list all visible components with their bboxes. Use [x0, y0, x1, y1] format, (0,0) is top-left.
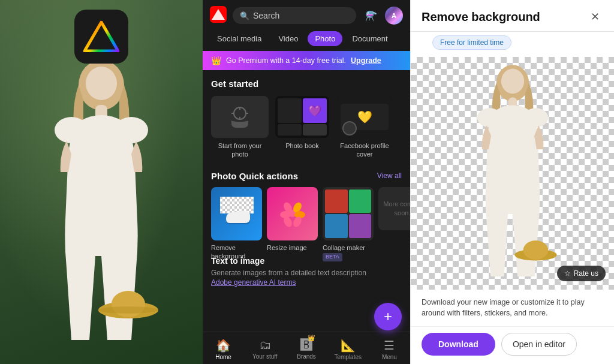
open-editor-button[interactable]: Open in editor	[501, 333, 577, 356]
menu-label: Menu	[382, 354, 397, 360]
resize-thumb	[267, 187, 318, 241]
qa-resize-image[interactable]: Resize image	[267, 187, 318, 241]
templates-icon: 📐	[341, 338, 356, 353]
facebook-label: Facebook profile cover	[336, 142, 393, 159]
home-label: Home	[215, 354, 231, 360]
more-coming-thumb: More coming soon.	[378, 187, 410, 230]
starter-card-photo-book[interactable]: 💜 Photo book	[273, 96, 331, 159]
right-panel: Remove background ✕ Free for limited tim…	[410, 0, 614, 364]
tab-photo[interactable]: Photo	[308, 31, 342, 46]
tab-document[interactable]: Document	[345, 31, 395, 46]
beta-badge: BETA	[323, 253, 342, 261]
tti-description: Generate images from a detailed text des…	[211, 268, 402, 278]
background-photo	[0, 0, 203, 364]
free-badge: Free for limited time	[432, 35, 511, 50]
quick-actions-header: Photo Quick actions View all	[211, 171, 402, 181]
templates-label: Templates	[334, 354, 362, 360]
start-photo-label: Start from your photo	[211, 142, 269, 159]
upgrade-link[interactable]: Upgrade	[351, 56, 381, 65]
bottom-nav-home[interactable]: 🏠 Home	[203, 336, 244, 363]
svg-point-7	[98, 306, 158, 314]
svg-point-30	[523, 240, 548, 260]
bottom-nav-templates[interactable]: 📐 Templates	[327, 336, 369, 363]
resize-label: Resize image	[267, 243, 318, 252]
tab-social-media[interactable]: Social media	[210, 31, 269, 46]
adobe-express-icon	[210, 6, 227, 25]
right-description: Download your new image or customize it …	[411, 290, 614, 327]
search-icon: 🔍	[240, 11, 249, 20]
crown-icon: 👑	[211, 56, 221, 65]
tab-video[interactable]: Video	[271, 31, 305, 46]
get-started-title: Get started	[211, 79, 402, 89]
right-panel-header: Remove background ✕	[411, 0, 614, 32]
home-icon: 🏠	[216, 338, 231, 353]
collage-thumb	[323, 187, 374, 241]
free-badge-wrapper: Free for limited time	[411, 32, 614, 57]
svg-point-31	[501, 68, 523, 94]
svg-marker-0	[85, 22, 118, 51]
your-stuff-label: Your stuff	[252, 353, 278, 360]
preview-woman-svg	[465, 57, 561, 290]
quick-actions-title: Photo Quick actions	[211, 171, 298, 181]
right-footer: Download Open in editor	[411, 326, 614, 364]
collage-label: Collage maker BETA	[323, 243, 374, 261]
content-area: Get started Start from your photo	[203, 70, 410, 332]
nav-tabs: Social media Video Photo Document	[203, 31, 410, 51]
photo-book-label: Photo book	[285, 142, 319, 150]
bottom-nav-menu[interactable]: ☰ Menu	[369, 336, 410, 363]
starter-card-start-photo[interactable]: Start from your photo	[211, 96, 269, 159]
header-icons: ⚗️ A	[362, 7, 403, 25]
flask-icon-btn[interactable]: ⚗️	[362, 7, 380, 25]
quick-actions-grid: Remove background	[211, 187, 402, 241]
user-avatar[interactable]: A	[385, 7, 403, 25]
bottom-nav: 🏠 Home 🗂 Your stuff 🅱 👑 Brands 📐 Templat…	[203, 332, 410, 364]
star-icon: ☆	[564, 269, 571, 278]
left-panel	[0, 0, 203, 364]
starter-card-facebook[interactable]: 💛 Facebook profile cover	[336, 96, 393, 159]
svg-point-4	[115, 117, 148, 143]
download-button[interactable]: Download	[422, 333, 495, 356]
get-started-cards: Start from your photo 💜 Photo book	[211, 96, 402, 159]
tti-ai-terms-link[interactable]: Adobe generative AI terms	[211, 278, 402, 287]
qa-collage-maker[interactable]: Collage maker BETA	[323, 187, 374, 241]
remove-bg-thumb	[211, 187, 262, 241]
svg-point-8	[86, 67, 117, 100]
app-header: 🔍 Search ⚗️ A	[203, 0, 410, 31]
start-photo-thumb	[211, 96, 269, 138]
your-stuff-icon: 🗂	[259, 338, 271, 352]
close-button[interactable]: ✕	[586, 8, 603, 25]
svg-point-28	[523, 108, 548, 127]
rate-us-button[interactable]: ☆ Rate us	[557, 266, 606, 281]
middle-panel-wrapper: 🔍 Search ⚗️ A Social media Video Photo D…	[203, 0, 410, 364]
premium-text: Go Premium with a 14-day free trial.	[226, 56, 346, 65]
svg-rect-17	[220, 197, 254, 213]
fab-add-button[interactable]: +	[374, 303, 402, 330]
svg-point-3	[55, 117, 88, 143]
qa-more-coming: More coming soon.	[378, 187, 410, 241]
search-bar[interactable]: 🔍 Search	[233, 7, 356, 24]
view-all-link[interactable]: View all	[377, 172, 402, 180]
brands-label: Brands	[297, 353, 316, 360]
svg-point-27	[477, 108, 502, 127]
brands-icon-wrapper: 🅱 👑	[300, 338, 312, 352]
bottom-nav-brands[interactable]: 🅱 👑 Brands	[285, 336, 327, 363]
right-panel-title: Remove background	[422, 10, 540, 24]
rate-us-label: Rate us	[574, 269, 598, 278]
search-text: Search	[253, 11, 279, 20]
preview-area: ☆ Rate us	[411, 57, 614, 290]
premium-banner: 👑 Go Premium with a 14-day free trial. U…	[203, 51, 410, 70]
menu-icon: ☰	[384, 338, 395, 353]
adobe-logo	[74, 10, 128, 64]
brands-crown-icon: 👑	[308, 335, 315, 341]
bottom-nav-your-stuff[interactable]: 🗂 Your stuff	[244, 336, 285, 363]
qa-remove-background[interactable]: Remove background	[211, 187, 262, 241]
